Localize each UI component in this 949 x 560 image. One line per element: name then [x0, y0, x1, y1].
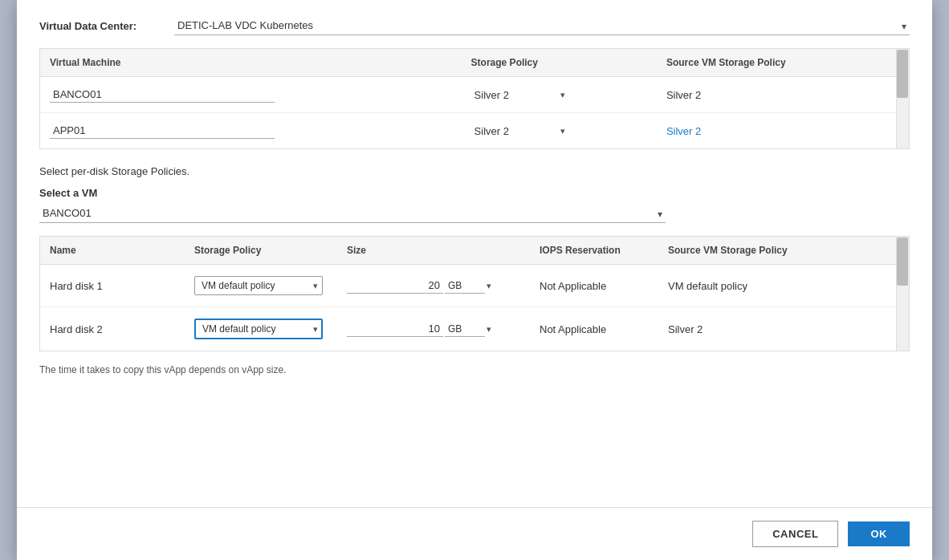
disk-col-size: Size [337, 237, 530, 265]
disk-source-2: Silver 2 [668, 323, 703, 335]
disk-size-input-2[interactable] [347, 321, 443, 337]
footnote: The time it takes to copy this vApp depe… [39, 364, 910, 375]
per-disk-section: Select per-disk Storage Policies. Select… [39, 165, 910, 351]
disk-name-1: Hard disk 1 [50, 280, 103, 292]
main-dialog: Virtual Data Center: DETIC-LAB VDC Kuber… [17, 0, 932, 560]
disk-size-cell-2: GB TB MB ▾ [347, 321, 520, 337]
vm-table-scrollbar-thumb[interactable] [897, 50, 908, 98]
disk-table: Name Storage Policy Size IOPS Reservatio… [40, 237, 896, 351]
disk-row-2: Hard disk 2 VM default policy Silver 2 G… [40, 307, 896, 351]
vdc-select[interactable]: DETIC-LAB VDC Kubernetes [174, 16, 910, 34]
disk-col-iops: IOPS Reservation [530, 237, 658, 265]
vm-storage-table: Virtual Machine Storage Policy Source VM… [40, 49, 896, 148]
disk-name-2: Hard disk 2 [50, 323, 103, 335]
disk-size-unit-chevron-1: ▾ [487, 281, 491, 291]
select-vm-dropdown[interactable]: BANCO01APP01 [39, 204, 666, 222]
disk-table-scrollbar[interactable] [896, 237, 909, 351]
disk-size-unit-1[interactable]: GB TB MB [445, 278, 485, 294]
disk-size-unit-2[interactable]: GB TB MB [445, 322, 485, 337]
vm-source-policy-1: Silver 2 [666, 89, 701, 101]
vm-policy-chevron-1: ▾ [560, 90, 565, 100]
vm-policy-cell-2: Silver 2 VM default policy Gold ▾ [471, 124, 647, 139]
cancel-button[interactable]: CANCEL [752, 521, 838, 547]
select-vm-label: Select a VM [39, 187, 910, 199]
vm-col-header-name: Virtual Machine [40, 49, 462, 77]
disk-table-wrapper: Name Storage Policy Size IOPS Reservatio… [39, 236, 910, 351]
vm-policy-select-2[interactable]: Silver 2 VM default policy Gold [471, 124, 557, 139]
ok-button[interactable]: OK [848, 521, 910, 546]
vm-row-1: Silver 2 VM default policy Gold ▾ Silver… [40, 77, 896, 113]
vdc-row: Virtual Data Center: DETIC-LAB VDC Kuber… [39, 16, 910, 35]
vm-policy-chevron-2: ▾ [560, 126, 565, 136]
disk-iops-1: Not Applicable [540, 280, 606, 292]
vm-table-scrollbar[interactable] [896, 49, 909, 148]
disk-size-cell-1: GB TB MB ▾ [347, 278, 520, 294]
disk-policy-wrapper-1: VM default policy Silver 2 Gold ▾ [194, 276, 323, 295]
vdc-select-wrapper: DETIC-LAB VDC Kubernetes [174, 16, 910, 35]
dialog-footer: CANCEL OK [17, 507, 932, 560]
disk-iops-2: Not Applicable [540, 323, 606, 335]
disk-col-policy: Storage Policy [185, 237, 337, 265]
vm-policy-cell-1: Silver 2 VM default policy Gold ▾ [471, 87, 647, 103]
vdc-label: Virtual Data Center: [39, 20, 168, 32]
disk-policy-select-2[interactable]: VM default policy Silver 2 Gold [194, 319, 323, 339]
per-disk-label: Select per-disk Storage Policies. [39, 165, 910, 177]
vm-col-header-policy: Storage Policy [462, 49, 657, 77]
vm-source-policy-link-2[interactable]: Silver 2 [666, 125, 701, 137]
disk-size-unit-chevron-2: ▾ [487, 324, 491, 335]
disk-col-name: Name [40, 237, 185, 265]
disk-table-scrollbar-thumb[interactable] [897, 237, 908, 286]
disk-col-source: Source VM Storage Policy [658, 237, 896, 265]
disk-size-input-1[interactable] [347, 278, 443, 294]
disk-policy-wrapper-2: VM default policy Silver 2 Gold ▾ [194, 319, 323, 339]
vm-name-input-2[interactable] [50, 123, 275, 139]
vm-col-header-source: Source VM Storage Policy [657, 49, 896, 77]
disk-source-1: VM default policy [668, 280, 747, 292]
disk-policy-select-1[interactable]: VM default policy Silver 2 Gold [194, 276, 323, 295]
vm-row-2: Silver 2 VM default policy Gold ▾ Silver… [40, 113, 896, 149]
vm-name-input-1[interactable] [50, 87, 275, 103]
select-vm-wrapper: BANCO01APP01 [39, 204, 666, 223]
vm-policy-select-1[interactable]: Silver 2 VM default policy Gold [471, 87, 557, 103]
disk-row-1: Hard disk 1 VM default policy Silver 2 G… [40, 265, 896, 307]
vm-storage-table-container: Virtual Machine Storage Policy Source VM… [39, 48, 910, 149]
